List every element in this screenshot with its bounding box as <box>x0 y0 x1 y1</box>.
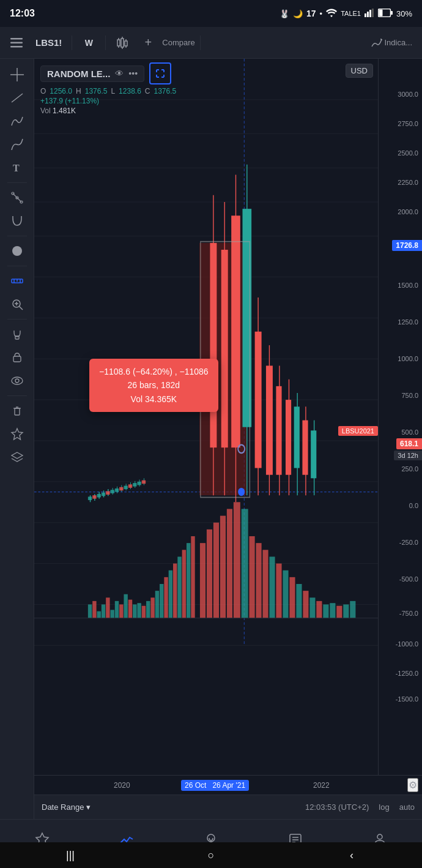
symbol-box[interactable]: RANDOM LE... 👁 ••• <box>40 65 144 82</box>
android-home-button[interactable]: ○ <box>193 844 229 866</box>
android-back-button[interactable]: ‹ <box>333 844 370 866</box>
layers-tool[interactable] <box>5 446 29 468</box>
price-3000: 3000.0 <box>398 91 422 98</box>
svg-rect-132 <box>142 606 146 618</box>
compare-button[interactable]: Compare <box>162 38 194 47</box>
tooltip-line1: −1108.6 (−64.20%) , −11086 <box>99 365 209 378</box>
crosshair-tool[interactable] <box>5 64 29 86</box>
price-750: 750.0 <box>401 392 422 399</box>
chart-svg-area[interactable]: RANDOM LE... 👁 ••• O 1256.0 H <box>34 59 378 775</box>
magnet-lock-tool[interactable] <box>5 323 29 345</box>
date-settings-button[interactable]: ⚙ <box>407 778 418 792</box>
svg-rect-5 <box>391 11 393 15</box>
svg-rect-141 <box>182 550 186 618</box>
star-tool[interactable] <box>5 423 29 445</box>
more-icon[interactable]: ••• <box>128 69 138 78</box>
karma-icon: 🐰 <box>279 9 289 18</box>
svg-rect-145 <box>207 529 212 618</box>
svg-rect-139 <box>173 564 177 618</box>
svg-rect-144 <box>200 543 205 618</box>
svg-rect-6 <box>379 9 382 16</box>
lock-tool[interactable] <box>5 346 29 369</box>
svg-rect-3 <box>372 9 374 17</box>
svg-rect-13 <box>121 39 124 47</box>
chart-svg <box>34 59 378 775</box>
tv-icon: 17 <box>306 9 316 18</box>
date-range-selected: 26 Oct 26 Apr '21 <box>181 780 249 791</box>
signal-bars <box>365 9 374 19</box>
svg-rect-151 <box>249 536 254 618</box>
svg-rect-16 <box>125 41 127 46</box>
svg-rect-92 <box>137 482 141 485</box>
svg-rect-98 <box>221 250 228 447</box>
svg-rect-96 <box>210 243 217 447</box>
low-value: 1238.6 <box>119 87 141 95</box>
separator-5 <box>7 395 27 396</box>
expand-button[interactable] <box>149 62 171 84</box>
ruler-tool[interactable] <box>5 270 29 292</box>
symbol-label[interactable]: LBS1! <box>31 37 67 48</box>
indicators-label: Indica... <box>384 38 412 47</box>
top-toolbar: LBS1! W + Compare Indica... <box>0 27 422 59</box>
trash-tool[interactable] <box>5 400 29 422</box>
zoom-tool[interactable] <box>5 293 29 315</box>
price-2000: 2000.0 <box>398 208 422 215</box>
date-range-button[interactable]: Date Range ▾ <box>42 803 91 812</box>
log-button[interactable]: log <box>379 803 389 812</box>
high-label: H <box>76 87 81 95</box>
svg-rect-121 <box>92 601 96 618</box>
price-scale: 3000.0 2750.0 2500.0 2250.0 2000.0 1750.… <box>378 59 422 775</box>
chart-area-wrapper[interactable]: RANDOM LE... 👁 ••• O 1256.0 H <box>34 59 422 775</box>
vol-row: Vol 1.481K <box>40 107 372 115</box>
svg-rect-82 <box>92 495 96 499</box>
date-to: 26 Apr '21 <box>212 781 245 790</box>
svg-text:T: T <box>13 163 20 173</box>
eye-icon[interactable]: 👁 <box>115 69 124 78</box>
svg-rect-134 <box>150 597 154 618</box>
freehand-tool[interactable] <box>5 133 29 155</box>
date-2020: 2020 <box>114 781 130 790</box>
date-from: 26 Oct <box>185 781 206 790</box>
chart-main: RANDOM LE... 👁 ••• O 1256.0 H <box>34 59 422 819</box>
svg-rect-125 <box>110 610 114 618</box>
svg-rect-7 <box>10 38 23 40</box>
svg-rect-9 <box>10 46 23 48</box>
svg-rect-131 <box>137 603 141 618</box>
separator-4 <box>7 319 27 320</box>
svg-rect-138 <box>169 571 172 618</box>
curve-tool[interactable] <box>5 110 29 132</box>
date-2022: 2022 <box>313 781 330 790</box>
tooltip-line3: Vol 34.365K <box>99 392 209 406</box>
svg-rect-85 <box>106 491 109 495</box>
vol-value: 1.481K <box>53 107 76 115</box>
svg-rect-164 <box>336 606 342 618</box>
price618-badge: 618.1 <box>396 438 422 449</box>
chart-type-button[interactable] <box>111 31 134 54</box>
chart-tooltip: −1108.6 (−64.20%) , −11086 26 bars, 182d… <box>89 359 218 412</box>
timeframe-button[interactable]: W <box>77 31 100 54</box>
android-recent-button[interactable]: ||| <box>52 844 89 866</box>
date-bar: 2020 26 Oct 26 Apr '21 2022 ⚙ <box>34 775 422 795</box>
auto-button[interactable]: auto <box>399 803 415 812</box>
line-tool[interactable] <box>5 87 29 109</box>
add-indicator-button[interactable]: + <box>136 31 160 54</box>
svg-rect-120 <box>88 604 92 618</box>
svg-rect-143 <box>191 536 194 618</box>
menu-button[interactable] <box>5 31 28 54</box>
low-label: L <box>111 87 115 95</box>
price-labels: 3000.0 2750.0 2500.0 2250.0 2000.0 1750.… <box>379 59 422 775</box>
price-2750: 2750.0 <box>398 120 422 127</box>
svg-rect-149 <box>234 502 240 618</box>
battery-percent: 30% <box>396 9 412 18</box>
circle-tool[interactable] <box>5 240 29 262</box>
text-tool[interactable]: T <box>5 157 29 179</box>
svg-rect-126 <box>115 601 119 618</box>
magnet-tool[interactable] <box>5 210 29 232</box>
indicators-button[interactable]: Indica... <box>366 31 417 54</box>
svg-rect-140 <box>177 556 181 618</box>
svg-rect-146 <box>213 523 219 618</box>
price-neg1500: -1500.0 <box>396 695 422 703</box>
price-neg250: -250.0 <box>399 539 422 546</box>
visibility-tool[interactable] <box>5 370 29 392</box>
fibonacci-tool[interactable] <box>5 187 29 209</box>
